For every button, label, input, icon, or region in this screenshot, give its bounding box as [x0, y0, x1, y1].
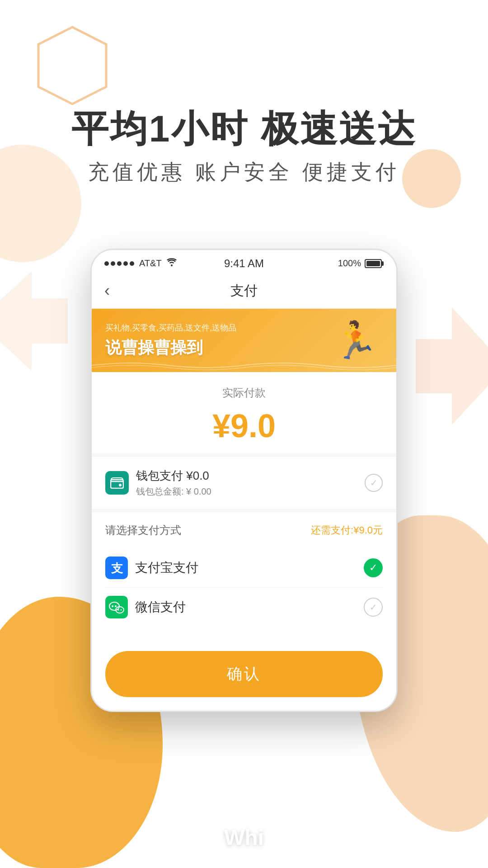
phone-frame: AT&T 9:41 AM 100% ‹ 支付 买礼物,买零食,买药品,送文件,送… — [90, 249, 398, 712]
header-section: 平均1小时 极速送达 充值优惠 账户安全 便捷支付 — [0, 108, 488, 186]
battery-icon — [365, 259, 382, 268]
method-header-label: 请选择支付方式 — [105, 523, 181, 538]
nav-bar: ‹ 支付 — [92, 273, 396, 309]
payment-section: 实际付款 ¥9.0 — [92, 372, 396, 457]
wave-decoration — [92, 359, 396, 372]
status-time: 9:41 AM — [224, 257, 264, 270]
status-right: 100% — [338, 258, 382, 269]
wallet-left: 钱包支付 ¥0.0 钱包总金额: ¥ 0.00 — [105, 468, 211, 498]
banner-runner-icon: 🏃 — [333, 319, 378, 362]
alipay-left: 支 支付宝支付 — [105, 557, 198, 579]
battery-fill — [366, 261, 380, 266]
battery-percent: 100% — [338, 258, 361, 269]
svg-marker-2 — [416, 307, 488, 425]
confirm-button-wrap: 确认 — [92, 637, 396, 711]
wallet-row: 钱包支付 ¥0.0 钱包总金额: ¥ 0.00 ✓ — [105, 468, 383, 498]
svg-point-8 — [115, 605, 117, 607]
signal-dot-1 — [104, 261, 109, 266]
svg-point-4 — [119, 484, 122, 486]
payment-amount: ¥9.0 — [105, 407, 383, 444]
signal-dot-3 — [117, 261, 122, 266]
arrow-decoration-left — [0, 271, 68, 371]
wechat-unselected-check: ✓ — [364, 598, 383, 617]
main-title: 平均1小时 极速送达 — [0, 108, 488, 149]
back-button[interactable]: ‹ — [104, 281, 110, 300]
wallet-check-icon: ✓ — [365, 474, 383, 492]
payment-methods-section: 请选择支付方式 还需支付:¥9.0元 支 支付宝支付 ✓ — [92, 512, 396, 637]
wechat-label: 微信支付 — [135, 599, 186, 616]
wechat-icon — [105, 596, 128, 618]
alipay-label: 支付宝支付 — [135, 559, 198, 576]
signal-dot-5 — [130, 261, 134, 266]
confirm-button[interactable]: 确认 — [105, 651, 383, 697]
payment-method-header: 请选择支付方式 还需支付:¥9.0元 — [105, 523, 383, 538]
carrier-label: AT&T — [139, 258, 162, 269]
status-left: AT&T — [104, 258, 177, 269]
wallet-title: 钱包支付 ¥0.0 — [136, 468, 211, 484]
status-bar: AT&T 9:41 AM 100% — [92, 250, 396, 273]
signal-dot-4 — [123, 261, 128, 266]
phone-mockup: AT&T 9:41 AM 100% ‹ 支付 买礼物,买零食,买药品,送文件,送… — [90, 249, 398, 712]
svg-point-10 — [118, 609, 119, 611]
wifi-icon — [167, 258, 177, 269]
svg-point-7 — [112, 605, 113, 607]
banner: 买礼物,买零食,买药品,送文件,送物品 说曹操曹操到 🏃 — [92, 309, 396, 372]
svg-marker-0 — [38, 27, 106, 104]
bottom-watermark: Whi — [224, 825, 264, 850]
arrow-decoration-right — [416, 307, 488, 425]
svg-point-11 — [121, 609, 122, 611]
signal-dots — [104, 261, 134, 266]
svg-text:支: 支 — [111, 561, 123, 575]
alipay-icon: 支 — [105, 557, 128, 579]
payment-label: 实际付款 — [105, 386, 383, 400]
nav-title: 支付 — [230, 282, 258, 300]
sub-title: 充值优惠 账户安全 便捷支付 — [0, 158, 488, 186]
svg-point-6 — [109, 602, 119, 610]
hexagon-decoration — [36, 25, 108, 106]
wallet-section[interactable]: 钱包支付 ¥0.0 钱包总金额: ¥ 0.00 ✓ — [92, 457, 396, 512]
alipay-row[interactable]: 支 支付宝支付 ✓ — [105, 548, 383, 588]
wechat-left: 微信支付 — [105, 596, 186, 618]
signal-dot-2 — [111, 261, 115, 266]
wechat-row[interactable]: 微信支付 ✓ — [105, 588, 383, 627]
wallet-sub: 钱包总金额: ¥ 0.00 — [136, 486, 211, 498]
svg-marker-1 — [0, 271, 68, 371]
wallet-info: 钱包支付 ¥0.0 钱包总金额: ¥ 0.00 — [136, 468, 211, 498]
method-header-balance: 还需支付:¥9.0元 — [311, 524, 383, 537]
alipay-selected-check: ✓ — [364, 558, 383, 577]
wallet-icon — [105, 471, 129, 495]
